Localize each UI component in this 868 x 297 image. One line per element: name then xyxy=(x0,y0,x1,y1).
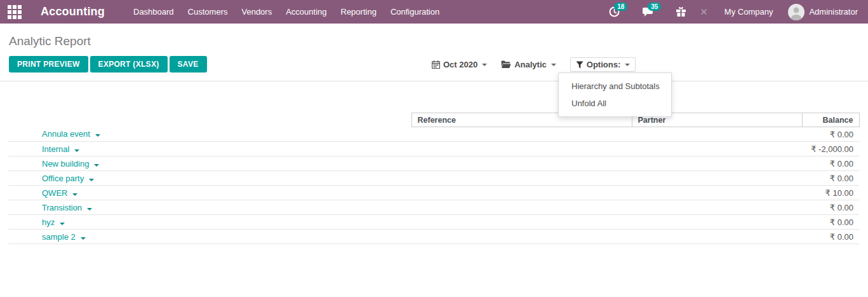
account-link[interactable]: sample 2 xyxy=(42,232,76,242)
gift-icon xyxy=(676,6,686,17)
chevron-down-icon xyxy=(625,64,630,66)
row-partner-cell xyxy=(632,215,802,230)
page-title: Analytic Report xyxy=(9,34,91,48)
options-dropdown-menu: Hierarchy and SubtotalsUnfold All xyxy=(558,73,672,117)
row-reference-cell xyxy=(411,230,632,244)
row-partner-cell xyxy=(632,200,802,215)
options-filter-label: Options: xyxy=(587,60,620,69)
table-row: Office party₹ 0.00 xyxy=(8,171,859,186)
avatar[interactable] xyxy=(788,4,805,20)
print-preview-button[interactable]: PRINT PREVIEW xyxy=(9,56,88,73)
export-xlsx-button[interactable]: EXPORT (XLSX) xyxy=(90,56,168,73)
table-row: Annula event₹ 0.00 xyxy=(8,127,859,142)
apps-grid-icon xyxy=(8,5,22,19)
row-name-cell: Internal xyxy=(8,142,411,156)
date-filter[interactable]: Oct 2020 xyxy=(432,60,487,69)
apps-menu-button[interactable] xyxy=(0,0,29,24)
nav-menu-vendors[interactable]: Vendors xyxy=(234,0,279,24)
option-unfold-all[interactable]: Unfold All xyxy=(559,95,671,112)
row-unfold-caret-icon[interactable] xyxy=(60,223,65,225)
row-unfold-caret-icon[interactable] xyxy=(95,134,100,137)
tools-icon[interactable]: ✕ xyxy=(692,6,716,18)
folder-open-icon xyxy=(501,60,511,69)
row-name-cell: hyz xyxy=(8,215,411,230)
row-partner-cell xyxy=(632,230,802,244)
nav-menu-configuration[interactable]: Configuration xyxy=(384,0,446,24)
account-link[interactable]: Transistion xyxy=(42,203,82,212)
account-link[interactable]: Internal xyxy=(42,144,69,154)
nav-menu-reporting[interactable]: Reporting xyxy=(334,0,384,24)
account-link[interactable]: Annula event xyxy=(42,129,90,139)
app-name[interactable]: Accounting xyxy=(29,5,117,18)
account-link[interactable]: QWER xyxy=(42,188,67,198)
account-link[interactable]: hyz xyxy=(42,218,55,227)
table-header-row: Reference Partner Balance xyxy=(8,113,859,127)
table-row: New building₹ 0.00 xyxy=(8,156,859,171)
chevron-down-icon xyxy=(551,64,556,66)
row-reference-cell xyxy=(411,200,632,215)
row-reference-cell xyxy=(411,156,632,171)
company-switcher[interactable]: My Company xyxy=(716,7,782,17)
messages-button[interactable]: 35 xyxy=(637,0,660,24)
analytic-filter[interactable]: Analytic xyxy=(501,60,556,69)
table-row: sample 2₹ 0.00 xyxy=(8,230,859,244)
top-navbar: Accounting DashboardCustomersVendorsAcco… xyxy=(0,0,868,24)
row-unfold-caret-icon[interactable] xyxy=(89,179,94,181)
chevron-down-icon xyxy=(482,64,487,66)
row-balance-cell: ₹ 0.00 xyxy=(802,200,859,215)
options-filter[interactable]: Options: xyxy=(570,57,636,72)
nav-menu-customers[interactable]: Customers xyxy=(181,0,235,24)
row-unfold-caret-icon[interactable] xyxy=(87,208,92,211)
row-partner-cell xyxy=(632,156,802,171)
activities-button[interactable]: 18 xyxy=(603,0,625,24)
table-row: Internal₹ -2,000.00 xyxy=(8,142,859,156)
row-unfold-caret-icon[interactable] xyxy=(74,149,79,152)
row-partner-cell xyxy=(632,127,802,142)
date-filter-label: Oct 2020 xyxy=(443,60,477,69)
gift-button[interactable] xyxy=(670,0,692,24)
nav-menu-accounting[interactable]: Accounting xyxy=(279,0,333,24)
analytic-filter-label: Analytic xyxy=(514,60,547,69)
action-buttons: PRINT PREVIEW EXPORT (XLSX) SAVE xyxy=(9,56,209,73)
table-row: QWER₹ 10.00 xyxy=(8,186,859,200)
row-partner-cell xyxy=(632,186,802,200)
main-menu: DashboardCustomersVendorsAccountingRepor… xyxy=(126,0,446,24)
row-balance-cell: ₹ 0.00 xyxy=(802,127,859,142)
header-divider xyxy=(0,81,868,81)
row-unfold-caret-icon[interactable] xyxy=(94,164,99,167)
save-button[interactable]: SAVE xyxy=(170,56,207,73)
analytic-report-table: Reference Partner Balance Annula event₹ … xyxy=(8,113,860,244)
row-reference-cell xyxy=(411,142,632,156)
row-name-cell: Office party xyxy=(8,171,411,186)
row-reference-cell xyxy=(411,127,632,142)
row-partner-cell xyxy=(632,142,802,156)
user-silhouette-icon xyxy=(788,4,805,20)
table-row: Transistion₹ 0.00 xyxy=(8,200,859,215)
account-link[interactable]: New building xyxy=(42,159,89,169)
filter-funnel-icon xyxy=(576,61,584,69)
row-balance-cell: ₹ -2,000.00 xyxy=(802,142,859,156)
header-name-blank xyxy=(8,113,411,127)
row-balance-cell: ₹ 0.00 xyxy=(802,230,859,244)
user-menu[interactable]: Administrator xyxy=(809,7,858,17)
row-name-cell: Transistion xyxy=(8,200,411,215)
row-balance-cell: ₹ 0.00 xyxy=(802,215,859,230)
row-name-cell: Annula event xyxy=(8,127,411,142)
table-row: hyz₹ 0.00 xyxy=(8,215,859,230)
message-count-badge: 35 xyxy=(648,3,661,11)
row-name-cell: sample 2 xyxy=(8,230,411,244)
row-name-cell: New building xyxy=(8,156,411,171)
option-hierarchy-and-subtotals[interactable]: Hierarchy and Subtotals xyxy=(559,78,671,95)
header-balance: Balance xyxy=(802,113,859,127)
account-link[interactable]: Office party xyxy=(42,174,84,183)
row-balance-cell: ₹ 10.00 xyxy=(802,186,859,200)
row-reference-cell xyxy=(411,186,632,200)
calendar-icon xyxy=(432,60,440,69)
row-balance-cell: ₹ 0.00 xyxy=(802,171,859,186)
nav-menu-dashboard[interactable]: Dashboard xyxy=(126,0,181,24)
row-balance-cell: ₹ 0.00 xyxy=(802,156,859,171)
row-unfold-caret-icon[interactable] xyxy=(81,237,86,240)
row-reference-cell xyxy=(411,171,632,186)
row-unfold-caret-icon[interactable] xyxy=(72,193,77,196)
row-partner-cell xyxy=(632,171,802,186)
